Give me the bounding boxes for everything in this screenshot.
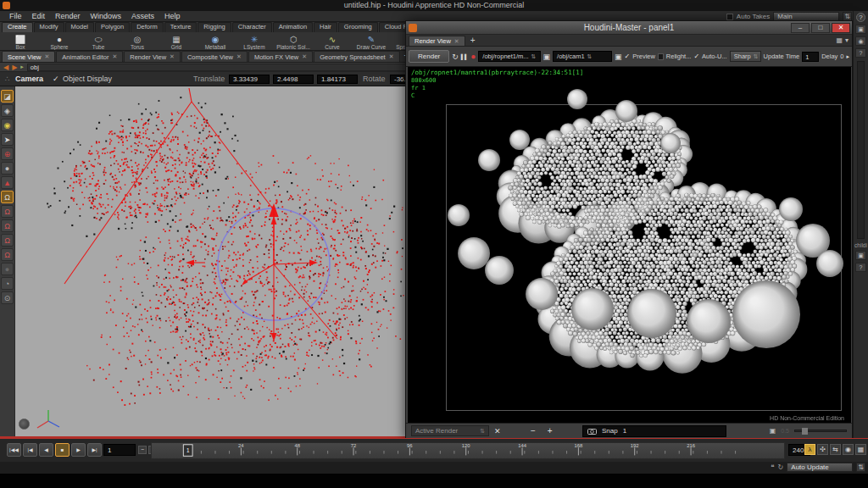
zoom-out-button[interactable]: − (527, 426, 539, 435)
tab-add-button[interactable]: + (467, 36, 479, 46)
tab-close-icon[interactable]: ✕ (454, 38, 459, 45)
pane-tab-scene-view[interactable]: Scene View✕ (2, 51, 55, 62)
shelf-tool-metaball[interactable]: ◉Metaball (197, 35, 234, 50)
playbar-option-icon-1[interactable]: ✣ (817, 444, 828, 455)
pane-tab-composite-view[interactable]: Composite View✕ (181, 51, 248, 62)
delay-value[interactable]: 0 (840, 53, 843, 60)
right-strip-icon-2[interactable]: ? (855, 48, 866, 58)
rop-picker-icon[interactable]: ▣ (543, 53, 551, 61)
viewport-tool-icon-9[interactable]: Ω (1, 219, 14, 232)
translate-z-field[interactable]: 1.84173 (317, 75, 358, 84)
auto-update-check-icon[interactable]: ✓ (693, 53, 699, 60)
clear-render-icon[interactable]: ✕ (494, 427, 501, 435)
relight-label[interactable]: Relight... (666, 53, 692, 60)
object-display-label[interactable]: Object Display (63, 75, 112, 83)
viewport-tool-icon-13[interactable]: ◔ (1, 277, 14, 290)
viewport-tool-icon-10[interactable]: Ω (1, 234, 14, 247)
shelf-tool-sphere[interactable]: ●Sphere (41, 35, 78, 50)
camera-picker-icon[interactable]: ▣ (615, 53, 622, 61)
shelf-tab-animation[interactable]: Animation (273, 22, 313, 32)
stop-render-icon[interactable]: ● (470, 52, 476, 61)
re-render-icon[interactable]: ↻ (452, 53, 459, 61)
tab-close-icon[interactable]: ✕ (389, 53, 394, 60)
snapshot-select[interactable]: Snap 1 (582, 425, 726, 437)
viewport-tool-icon-2[interactable]: ◉ (1, 119, 14, 131)
pane-tab-animation-editor[interactable]: Animation Editor✕ (56, 51, 123, 62)
playback-button-1[interactable]: |◀ (23, 443, 37, 457)
viewport-tool-icon-8[interactable]: Ω (1, 205, 14, 218)
gamma-slider[interactable] (794, 430, 847, 432)
playback-button-0[interactable]: |◀◀ (7, 443, 21, 457)
playbar-option-icon-0[interactable]: λ (804, 444, 815, 455)
right-strip-icon-0[interactable]: ▣ (855, 25, 866, 34)
tab-close-icon[interactable]: ✕ (112, 53, 117, 60)
pane-menu-caret-icon[interactable]: ▾ (845, 36, 849, 44)
shelf-tool-box[interactable]: ⬜Box (2, 35, 39, 50)
shelf-tab-character[interactable]: Character (232, 22, 272, 32)
zoom-in-button[interactable]: + (544, 426, 556, 435)
menu-render[interactable]: Render (51, 12, 85, 20)
viewport-tool-icon-3[interactable]: ➤ (1, 133, 14, 146)
menu-edit[interactable]: Edit (28, 12, 50, 20)
shelf-tab-create[interactable]: Create (2, 22, 33, 32)
shelf-tool-lsystem[interactable]: ✳LSystem (236, 35, 273, 50)
update-mode-spinner[interactable]: ⇅ (856, 463, 865, 472)
menu-help[interactable]: Help (160, 12, 185, 20)
shelf-tool-torus[interactable]: ◎Torus (119, 35, 156, 50)
shelf-tab-model[interactable]: Model (65, 22, 94, 32)
range-start-field[interactable]: 1 (103, 444, 136, 456)
view-camera-icon[interactable] (19, 419, 30, 430)
shelf-tab-grooming[interactable]: Grooming (338, 22, 378, 32)
auto-takes-checkbox[interactable] (726, 14, 733, 20)
render-window-title-bar[interactable]: Houdini-Master - panel1 – □ ✕ (406, 21, 852, 35)
pane-tab-render-view[interactable]: Render View✕ (124, 51, 181, 62)
gamma-slider-thumb[interactable] (802, 428, 808, 435)
nav-back-icon[interactable]: ◀ (3, 64, 8, 71)
pane-tab-geometry-spreadsheet[interactable]: Geometry Spreadsheet✕ (314, 51, 399, 62)
render-result-canvas[interactable] (408, 67, 851, 424)
minimize-button[interactable]: – (791, 23, 810, 33)
shelf-tab-hair[interactable]: Hair (314, 22, 337, 32)
update-time-field[interactable]: 1 (802, 52, 819, 62)
timeline-ruler[interactable]: 244872961201441681922161 (151, 442, 785, 459)
help-icon[interactable]: ? (856, 13, 865, 22)
toolbar-more-icon[interactable]: ▸ (846, 53, 849, 60)
playback-button-3[interactable]: ■ (55, 443, 70, 457)
update-refresh-icon[interactable]: ↻ (778, 463, 784, 471)
right-strip-bottom-icon-0[interactable]: ▣ (855, 251, 866, 260)
viewport-tool-icon-14[interactable]: ⊙ (1, 291, 14, 304)
tab-close-icon[interactable]: ✕ (302, 53, 307, 60)
playbar-option-icon-4[interactable]: ▦ (855, 444, 866, 455)
range-minus-button[interactable]: − (138, 446, 147, 454)
toolbar-grip-icon[interactable]: ∴ (5, 75, 10, 83)
preview-label[interactable]: Preview (632, 53, 655, 60)
render-button[interactable]: Render (409, 50, 449, 63)
shelf-tab-rigging[interactable]: Rigging (198, 22, 231, 32)
right-strip-icon-1[interactable]: ◉ (855, 36, 866, 46)
menu-windows[interactable]: Windows (86, 12, 126, 20)
sharpness-select[interactable]: Sharp⇅ (730, 51, 761, 62)
translate-y-field[interactable]: 2.4498 (273, 75, 314, 84)
playback-button-5[interactable]: ▶| (87, 443, 102, 457)
relight-checkbox[interactable] (658, 53, 664, 60)
viewport-tool-icon-12[interactable]: ● (1, 263, 14, 275)
gamma-icon[interactable]: ▣ (770, 427, 776, 435)
parameter-scrollbar[interactable] (857, 61, 865, 239)
shelf-tab-modify[interactable]: Modify (34, 22, 64, 32)
tab-render-view[interactable]: Render View ✕ (409, 36, 465, 46)
shelf-tool-draw-curve[interactable]: ✎Draw Curve (353, 35, 390, 50)
preview-check-icon[interactable]: ✓ (625, 53, 631, 60)
maximize-button[interactable]: □ (811, 23, 830, 33)
menu-assets[interactable]: Assets (127, 12, 159, 20)
update-mode-select[interactable]: Auto Update (787, 463, 853, 472)
auto-update-label[interactable]: Auto-U... (702, 53, 727, 60)
viewport-tool-icon-5[interactable]: ● (1, 162, 14, 175)
shelf-tool-platonic-sol-[interactable]: ⬡Platonic Sol... (275, 35, 312, 50)
message-bubble-icon[interactable]: ❝ (771, 463, 774, 471)
camera-select[interactable]: /obj/cam1⇅ (553, 51, 612, 62)
menu-file[interactable]: File (5, 12, 26, 20)
playbar-option-icon-3[interactable]: ◉ (843, 444, 854, 455)
shelf-tool-curve[interactable]: ∿Curve (314, 35, 351, 50)
playback-button-4[interactable]: ▶ (71, 443, 86, 457)
viewport-tool-icon-7[interactable]: Ω (1, 191, 14, 203)
